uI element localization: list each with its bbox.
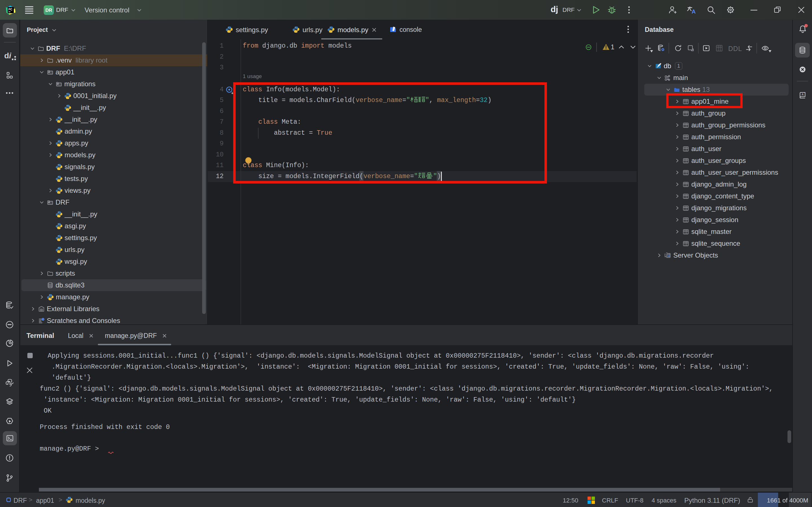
svg-text:A: A: [692, 8, 696, 14]
svg-text:PC: PC: [8, 8, 12, 11]
